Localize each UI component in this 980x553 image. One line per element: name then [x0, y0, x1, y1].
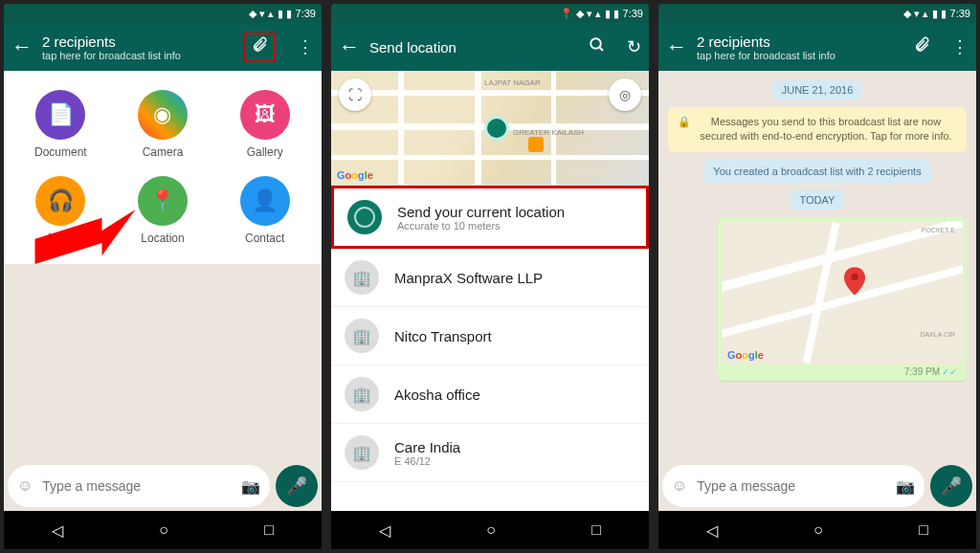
nearby-place[interactable]: 🏢ManpraX Software LLP — [331, 249, 649, 307]
place-icon: 🏢 — [345, 319, 379, 353]
nearby-place[interactable]: 🏢Akosha office — [331, 365, 649, 424]
nav-home[interactable]: ○ — [486, 521, 496, 539]
back-icon[interactable]: ← — [666, 34, 687, 59]
more-icon[interactable]: ⋮ — [297, 36, 314, 57]
sent-location-message[interactable]: POCKET E DAKLA CIR Google 7:39 PM✓✓ — [718, 217, 967, 381]
status-icons: ◆ ▾ ▴ ▮ ▮ — [249, 8, 291, 20]
status-time: 7:39 — [950, 8, 970, 19]
app-bar: ← Send location ↻ — [331, 23, 649, 71]
svg-line-2 — [599, 47, 603, 51]
mic-button[interactable]: 🎤 — [930, 465, 972, 507]
attach-camera[interactable]: ◉Camera — [116, 90, 211, 159]
attach-gallery[interactable]: 🖼Gallery — [217, 90, 312, 159]
attach-audio[interactable]: 🎧Audio — [13, 176, 108, 245]
delivered-icon: ✓✓ — [942, 366, 957, 377]
system-message: You created a broadcast list with 2 reci… — [703, 160, 930, 183]
message-input-bar: ☺ 📷 🎤 — [662, 465, 972, 507]
camera-input-icon[interactable]: 📷 — [896, 477, 915, 496]
status-icons: ◆ ▾ ▴ ▮ ▮ — [903, 8, 946, 20]
search-icon[interactable] — [589, 36, 606, 58]
current-location-pin — [484, 116, 509, 141]
message-input[interactable]: ☺ 📷 — [8, 465, 270, 507]
header-title-block[interactable]: 2 recipients tap here for broadcast list… — [697, 33, 892, 61]
refresh-icon[interactable]: ↻ — [627, 36, 641, 57]
attach-document[interactable]: 📄Document — [13, 90, 108, 159]
nearby-place[interactable]: 🏢Nitco Transport — [331, 307, 649, 365]
send-current-location[interactable]: Send your current location Accurate to 1… — [331, 186, 649, 249]
screenshot-attachment-menu: ◆ ▾ ▴ ▮ ▮ 7:39 ← 2 recipients tap here f… — [4, 4, 322, 549]
attachment-panel: 📄Document ◉Camera 🖼Gallery 🎧Audio 📍Locat… — [4, 71, 322, 264]
location-list: Send your current location Accurate to 1… — [331, 186, 649, 482]
status-bar: 📍 ◆ ▾ ▴ ▮ ▮ 7:39 — [331, 4, 649, 23]
google-logo: Google — [337, 169, 373, 181]
nav-recent[interactable]: □ — [591, 521, 601, 539]
svg-point-1 — [590, 38, 601, 49]
message-input[interactable]: ☺ 📷 — [662, 465, 924, 507]
header-title-block: Send location — [369, 39, 568, 55]
chat-subtitle: tap here for broadcast list info — [42, 50, 222, 61]
chat-subtitle: tap here for broadcast list info — [697, 50, 892, 61]
fullscreen-map-button[interactable]: ⛶ — [339, 78, 371, 111]
place-icon: 🏢 — [345, 377, 379, 411]
nearby-place[interactable]: 🏢Care IndiaE 46/12 — [331, 424, 649, 482]
gallery-icon: 🖼 — [240, 90, 290, 140]
app-bar: ← 2 recipients tap here for broadcast li… — [658, 23, 976, 71]
android-nav-bar: ◁ ○ □ — [331, 511, 649, 549]
mic-button[interactable]: 🎤 — [276, 465, 318, 507]
message-text-field[interactable] — [42, 478, 232, 494]
back-icon[interactable]: ← — [11, 34, 33, 59]
message-input-bar: ☺ 📷 🎤 — [8, 465, 318, 507]
location-icon: 📍 — [138, 176, 188, 226]
message-timestamp: 7:39 PM✓✓ — [722, 365, 963, 377]
screenshot-send-location: 📍 ◆ ▾ ▴ ▮ ▮ 7:39 ← Send location ↻ LAJPA… — [331, 4, 649, 549]
nav-back[interactable]: ◁ — [706, 521, 718, 540]
nav-recent[interactable]: □ — [264, 521, 274, 539]
status-bar: ◆ ▾ ▴ ▮ ▮ 7:39 — [658, 4, 976, 23]
date-divider: TODAY — [791, 190, 845, 210]
attach-location[interactable]: 📍Location — [116, 176, 211, 245]
chat-title: 2 recipients — [697, 33, 892, 50]
map-pin-icon — [844, 267, 865, 299]
contact-icon: 👤 — [240, 176, 290, 226]
document-icon: 📄 — [35, 90, 85, 140]
chat-messages: JUNE 21, 2016 🔒Messages you send to this… — [658, 71, 976, 390]
nav-back[interactable]: ◁ — [379, 521, 390, 540]
camera-input-icon[interactable]: 📷 — [241, 477, 260, 496]
status-time: 7:39 — [296, 8, 316, 19]
place-icon: 🏢 — [345, 435, 379, 470]
android-nav-bar: ◁ ○ □ — [658, 511, 976, 549]
current-location-icon — [347, 200, 382, 234]
nav-home[interactable]: ○ — [813, 521, 823, 539]
camera-icon: ◉ — [138, 90, 188, 140]
nav-back[interactable]: ◁ — [52, 521, 63, 540]
nav-home[interactable]: ○ — [159, 521, 168, 539]
poi-marker — [528, 137, 544, 152]
encryption-notice[interactable]: 🔒Messages you send to this broadcast lis… — [668, 107, 967, 152]
attach-icon[interactable] — [913, 36, 930, 58]
status-bar: ◆ ▾ ▴ ▮ ▮ 7:39 — [4, 4, 322, 23]
chat-content: JUNE 21, 2016 🔒Messages you send to this… — [658, 71, 976, 511]
message-map-thumbnail: POCKET E DAKLA CIR Google — [722, 221, 963, 365]
status-time: 7:39 — [623, 8, 643, 19]
map-preview[interactable]: LAJPAT NAGAR GREATER KAILASH ⛶ ◎ Google — [331, 71, 649, 186]
nav-recent[interactable]: □ — [919, 521, 928, 539]
chat-content: 📄Document ◉Camera 🖼Gallery 🎧Audio 📍Locat… — [4, 71, 322, 511]
header-title-block[interactable]: 2 recipients tap here for broadcast list… — [42, 33, 222, 61]
place-icon: 🏢 — [345, 260, 379, 295]
message-text-field[interactable] — [697, 478, 886, 494]
svg-point-3 — [851, 274, 858, 280]
attach-icon[interactable] — [243, 33, 276, 62]
my-location-button[interactable]: ◎ — [609, 78, 641, 111]
lock-icon: 🔒 — [678, 115, 691, 129]
attach-contact[interactable]: 👤Contact — [217, 176, 312, 245]
emoji-icon[interactable]: ☺ — [17, 477, 33, 495]
more-icon[interactable]: ⋮ — [951, 36, 969, 57]
chat-title: 2 recipients — [42, 33, 222, 50]
app-bar: ← 2 recipients tap here for broadcast li… — [4, 23, 322, 71]
back-icon[interactable]: ← — [339, 34, 360, 59]
date-divider: JUNE 21, 2016 — [772, 80, 863, 100]
location-content: LAJPAT NAGAR GREATER KAILASH ⛶ ◎ Google … — [331, 71, 649, 511]
emoji-icon[interactable]: ☺ — [672, 477, 687, 495]
android-nav-bar: ◁ ○ □ — [4, 511, 322, 549]
status-icons: 📍 ◆ ▾ ▴ ▮ ▮ — [560, 8, 618, 20]
